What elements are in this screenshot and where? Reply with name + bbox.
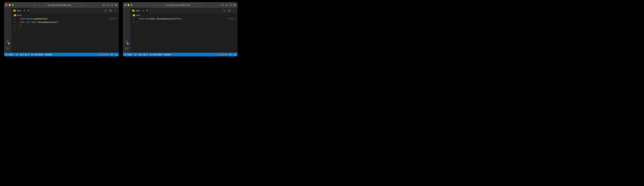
- svg-point-29: [224, 10, 224, 10]
- svg-point-8: [7, 40, 8, 42]
- compare-changes-icon[interactable]: [104, 9, 107, 12]
- accounts-badge: 1: [127, 42, 129, 45]
- svg-rect-25: [234, 5, 234, 6]
- zoom-window-button[interactable]: [130, 4, 132, 6]
- svg-point-28: [126, 48, 127, 49]
- minimap[interactable]: [109, 18, 118, 20]
- svg-rect-22: [230, 4, 232, 6]
- svg-point-32: [125, 54, 125, 54]
- live-share-icon: [31, 54, 33, 56]
- live-share[interactable]: Live Share: [150, 54, 162, 56]
- svg-rect-5: [116, 4, 117, 5]
- more-views-icon[interactable]: ⋯: [125, 10, 128, 14]
- back-arrow-icon[interactable]: [152, 4, 156, 6]
- svg-rect-23: [234, 4, 234, 5]
- more-actions-icon[interactable]: ⋯: [233, 9, 236, 12]
- tab-bar: JS ex.js U ✕ ⋯: [12, 8, 119, 13]
- command-center[interactable]: fe-sprint-react-twittler-intro: [44, 3, 84, 7]
- forward-arrow-icon[interactable]: [38, 4, 41, 6]
- feedback-icon[interactable]: [111, 54, 113, 56]
- manage-button[interactable]: [125, 46, 128, 51]
- live-share[interactable]: Live Share: [31, 54, 43, 56]
- live-share-icon: [150, 54, 152, 56]
- editor-area[interactable]: 1 return <h1>Hello, {formatName(user)}!<…: [130, 17, 238, 53]
- close-tab-button[interactable]: ✕: [146, 9, 148, 12]
- svg-point-27: [126, 40, 127, 42]
- code-content[interactable]: 1 return React.createElement(2 'h2', nul…: [12, 17, 119, 31]
- code-content[interactable]: 1 return <h1>Hello, {formatName(user)}!<…: [130, 17, 238, 24]
- toggle-primary-sidebar-icon[interactable]: [221, 4, 224, 6]
- js-file-icon: JS: [133, 14, 135, 16]
- git-branch[interactable]: main*: [124, 54, 132, 56]
- search-icon: [45, 4, 47, 6]
- problems[interactable]: 0 0: [139, 54, 148, 56]
- no-entry-icon: [99, 54, 101, 56]
- minimize-window-button[interactable]: [9, 4, 10, 6]
- status-bar: main* 0 0 Live Share Quokka Colorize: [4, 53, 119, 56]
- breadcrumb[interactable]: JS ex.js: [12, 13, 119, 17]
- breadcrumb-file: ex.js: [18, 14, 22, 16]
- editor-area[interactable]: 1 return React.createElement(2 'h2', nul…: [12, 17, 119, 53]
- no-entry-icon: [217, 54, 220, 56]
- svg-point-13: [6, 54, 6, 54]
- status-bar: main* 0 0 Live Share Quokka Colorize: [123, 53, 238, 56]
- breadcrumb[interactable]: JS ex.js: [130, 13, 238, 17]
- compare-changes-icon[interactable]: [223, 9, 226, 12]
- colorize[interactable]: Colorize: [217, 54, 227, 56]
- close-window-button[interactable]: [6, 4, 8, 6]
- svg-point-33: [125, 55, 125, 55]
- close-window-button[interactable]: [124, 4, 126, 6]
- svg-point-9: [7, 48, 8, 49]
- split-editor-icon[interactable]: [109, 9, 112, 12]
- toggle-panel-icon[interactable]: [225, 4, 228, 6]
- js-file-icon: JS: [14, 14, 16, 16]
- svg-point-0: [46, 4, 47, 5]
- customize-layout-icon[interactable]: [233, 4, 236, 6]
- svg-rect-6: [115, 5, 116, 6]
- command-center[interactable]: fe-sprint-react-twittler-intro: [162, 3, 202, 7]
- command-center-text: fe-sprint-react-twittler-intro: [167, 4, 190, 6]
- bell-icon[interactable]: [234, 54, 236, 56]
- bell-icon[interactable]: [115, 54, 117, 56]
- svg-rect-7: [116, 5, 117, 6]
- back-arrow-icon[interactable]: [34, 4, 36, 6]
- more-actions-icon[interactable]: ⋯: [114, 9, 117, 12]
- accounts-button[interactable]: 1: [124, 40, 128, 44]
- toggle-primary-sidebar-icon[interactable]: [102, 4, 105, 6]
- colorize[interactable]: Colorize: [99, 54, 108, 56]
- svg-rect-26: [235, 5, 236, 6]
- svg-point-10: [105, 10, 105, 10]
- breadcrumb-file: ex.js: [136, 14, 140, 16]
- traffic-lights: [124, 4, 132, 6]
- quokka[interactable]: Quokka: [164, 54, 171, 56]
- sync-button[interactable]: [134, 54, 136, 56]
- problems[interactable]: 0 0: [20, 54, 29, 56]
- feedback-icon[interactable]: [230, 54, 232, 56]
- sync-button[interactable]: [16, 54, 18, 56]
- minimize-window-button[interactable]: [128, 4, 129, 6]
- warning-icon: [144, 54, 146, 56]
- git-branch[interactable]: main*: [6, 54, 14, 56]
- layout-controls: [102, 4, 117, 6]
- zoom-window-button[interactable]: [12, 4, 14, 6]
- split-editor-icon[interactable]: [228, 9, 231, 12]
- forward-arrow-icon[interactable]: [157, 4, 160, 6]
- editor-tab[interactable]: JS ex.js U ✕: [12, 8, 32, 13]
- error-icon: [139, 54, 141, 56]
- manage-button[interactable]: [6, 46, 10, 51]
- svg-rect-24: [235, 4, 236, 5]
- editor-tab[interactable]: JS ex.js U ✕: [130, 8, 150, 13]
- toggle-secondary-sidebar-icon[interactable]: [110, 4, 113, 6]
- customize-layout-icon[interactable]: [114, 4, 117, 6]
- minimap[interactable]: [228, 18, 237, 20]
- accounts-button[interactable]: 1: [6, 40, 10, 44]
- quokka[interactable]: Quokka: [46, 54, 52, 56]
- more-views-icon[interactable]: ⋯: [6, 10, 9, 14]
- chevron-down-icon: [80, 4, 82, 6]
- close-tab-button[interactable]: ✕: [28, 9, 30, 12]
- toggle-secondary-sidebar-icon[interactable]: [229, 4, 232, 6]
- vscode-window: fe-sprint-react-twittler-intro ⋯ 1 J: [4, 2, 119, 56]
- activity-bar: ⋯ 1: [4, 8, 12, 53]
- git-status-untracked: U: [23, 10, 26, 12]
- toggle-panel-icon[interactable]: [106, 4, 109, 6]
